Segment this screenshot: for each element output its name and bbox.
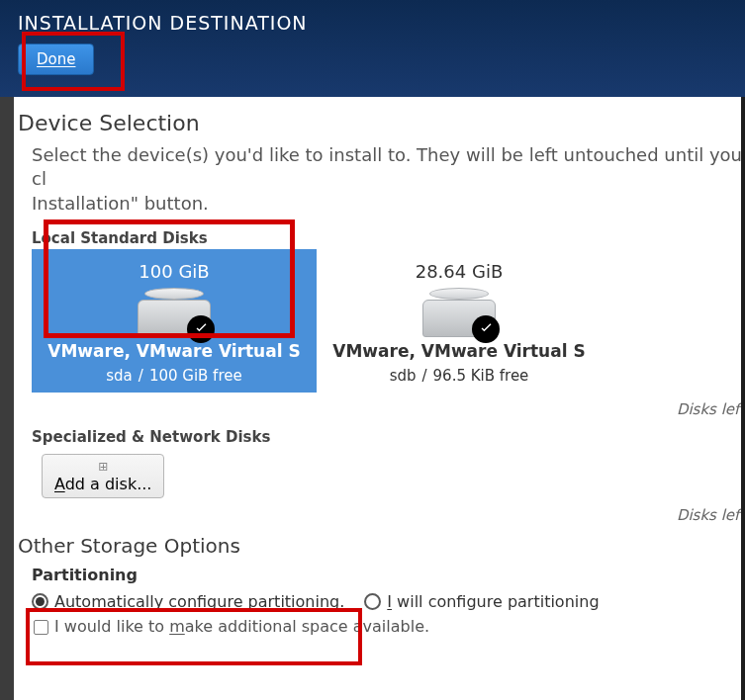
other-options-heading: Other Storage Options xyxy=(18,534,745,558)
disks-row: 100 GiB VMware, VMware Virtual S sda/100… xyxy=(32,249,745,393)
radio-manual-partition[interactable]: I will configure partitioning xyxy=(364,592,599,611)
local-disks-heading: Local Standard Disks xyxy=(32,229,745,247)
check-icon xyxy=(472,315,500,343)
page-title: INSTALLATION DESTINATION xyxy=(18,12,727,34)
radio-auto-input[interactable] xyxy=(32,593,48,610)
help-text: Select the device(s) you'd like to insta… xyxy=(32,143,745,216)
partitioning-heading: Partitioning xyxy=(32,566,745,584)
disk-name: VMware, VMware Virtual S xyxy=(38,341,311,361)
checkbox-extra-space[interactable] xyxy=(34,620,48,635)
radio-auto-partition[interactable]: Automatically configure partitioning. xyxy=(32,592,344,611)
disk-sda[interactable]: 100 GiB VMware, VMware Virtual S sda/100… xyxy=(32,249,317,393)
partitioning-group: Partitioning Automatically configure par… xyxy=(32,566,745,636)
disk-free-row: sdb/96.5 KiB free xyxy=(323,367,596,385)
disk-name: VMware, VMware Virtual S xyxy=(323,341,596,361)
radio-manual-input[interactable] xyxy=(364,593,381,610)
add-disk-icon: ⊞ xyxy=(54,461,151,473)
extra-space-row[interactable]: I would like to make additional space av… xyxy=(34,617,745,636)
outer-frame-right xyxy=(741,0,745,700)
outer-frame-left xyxy=(0,0,14,700)
disk-free-row: sda/100 GiB free xyxy=(38,367,311,385)
add-disk-button[interactable]: ⊞ Add a disk... xyxy=(42,454,164,498)
disk-size: 28.64 GiB xyxy=(323,261,596,282)
header-bar: INSTALLATION DESTINATION Done xyxy=(0,0,745,97)
done-button[interactable]: Done xyxy=(18,44,94,75)
disk-sdb[interactable]: 28.64 GiB VMware, VMware Virtual S sdb/9… xyxy=(317,249,602,393)
check-icon xyxy=(187,315,215,343)
network-disks-heading: Specialized & Network Disks xyxy=(32,428,745,446)
disks-hint-2: Disks left xyxy=(18,506,745,524)
disk-size: 100 GiB xyxy=(38,261,311,282)
device-selection-heading: Device Selection xyxy=(18,111,745,135)
harddisk-icon xyxy=(422,288,496,337)
disks-hint: Disks left xyxy=(18,400,745,418)
harddisk-icon xyxy=(138,288,211,337)
